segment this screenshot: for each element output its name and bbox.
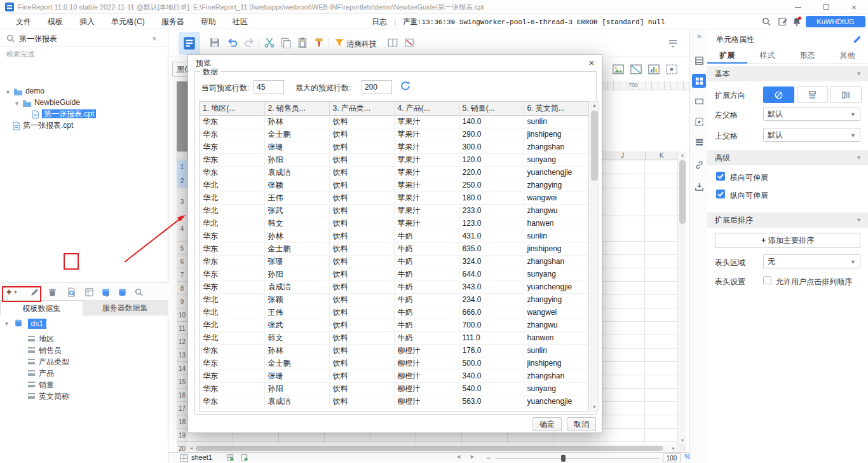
grid-row-header[interactable]: 1 — [177, 160, 187, 174]
preview-cell[interactable]: wangwei — [524, 306, 588, 319]
preview-cell[interactable]: 饮料 — [329, 306, 394, 319]
preview-cell[interactable]: 563.0 — [459, 395, 524, 408]
preview-column-header[interactable]: 1. 地区(... — [200, 102, 264, 115]
preview-cell[interactable]: 290.0 — [459, 128, 524, 141]
preview-cell[interactable]: 张珊 — [264, 370, 329, 382]
menu-item[interactable]: 文件 — [8, 14, 39, 29]
preview-row[interactable]: 华东 金士鹏 饮料 柳橙汁 500.0 jinshipeng — [200, 357, 588, 370]
grid-row-header[interactable]: 4 — [177, 216, 187, 242]
template-search-input[interactable] — [19, 32, 143, 45]
menu-item[interactable]: 单元格(C) — [103, 14, 153, 29]
preview-cell[interactable]: 饮料 — [329, 153, 394, 166]
preview-cell[interactable]: 苹果汁 — [394, 191, 459, 204]
add-grid-sheet-icon[interactable] — [227, 454, 235, 462]
preview-row[interactable]: 华东 张珊 饮料 柳橙汁 340.0 zhangshan — [200, 370, 588, 382]
dialog-close-icon[interactable]: × — [584, 56, 599, 70]
preview-cell[interactable]: 540.0 — [459, 382, 524, 395]
preview-cell[interactable]: 金士鹏 — [264, 242, 329, 255]
preview-cell[interactable]: 华东 — [200, 395, 264, 408]
preview-cell[interactable]: 苹果汁 — [394, 179, 459, 191]
preview-cell[interactable]: yuanchengjie — [524, 395, 588, 408]
sheet-tab[interactable]: sheet1 — [191, 453, 212, 461]
preview-row[interactable]: 华东 孙阳 饮料 柳橙汁 540.0 sunyang — [200, 382, 588, 395]
preview-cell[interactable]: sunyang — [524, 153, 588, 166]
grid-row-header[interactable]: 2 — [177, 174, 187, 188]
template-theme-label[interactable]: 清爽科技 — [346, 39, 377, 50]
preview-row[interactable]: 华东 金士鹏 饮料 牛奶 635.0 jinshipeng — [200, 242, 588, 255]
preview-cell[interactable]: jinshipeng — [524, 242, 588, 255]
preview-cell[interactable]: 牛奶 — [394, 280, 459, 293]
tab-other[interactable]: 其他 — [827, 47, 867, 64]
float-element-icon[interactable] — [692, 94, 706, 108]
preview-cell[interactable]: 孙阳 — [264, 153, 329, 166]
preview-cell[interactable]: 张武 — [264, 204, 329, 217]
previous-sheet-icon[interactable]: ◄ — [456, 453, 461, 460]
preview-cell[interactable]: 343.0 — [459, 280, 524, 293]
scroll-right-icon[interactable]: ► — [670, 445, 677, 452]
feedback-icon[interactable] — [778, 17, 788, 27]
preview-cell[interactable]: 孙林 — [264, 230, 329, 242]
scrollbar-thumb[interactable] — [196, 446, 663, 451]
clear-search-icon[interactable]: × — [149, 33, 160, 45]
preview-cell[interactable]: jinshipeng — [524, 357, 588, 370]
preview-cell[interactable]: 华东 — [200, 242, 264, 255]
preview-cell[interactable]: 牛奶 — [394, 268, 459, 280]
grid-row-header[interactable]: 3 — [177, 188, 187, 216]
preview-cell[interactable]: 饮料 — [329, 382, 394, 395]
preview-cell[interactable]: 苹果汁 — [394, 115, 459, 128]
preview-cell[interactable]: 华东 — [200, 280, 264, 293]
preview-cell[interactable]: hanwen — [524, 217, 588, 230]
expand-vertical-button[interactable] — [797, 86, 828, 103]
edit-icon[interactable] — [28, 286, 41, 298]
preview-cell[interactable]: 饮料 — [329, 115, 394, 128]
preview-cell[interactable]: 饮料 — [329, 268, 394, 280]
grid-column-header[interactable]: J — [599, 151, 645, 160]
ok-button[interactable]: 确定 — [532, 417, 562, 431]
tree-node-report[interactable]: 第一张报表.cpt — [13, 120, 73, 131]
preview-cell[interactable]: 柳橙汁 — [394, 382, 459, 395]
zoom-value[interactable]: 100 — [663, 453, 681, 462]
grid-row-header[interactable]: 16 — [177, 389, 187, 402]
preview-cell[interactable]: 华北 — [200, 204, 264, 217]
collapse-panel-icon[interactable]: » — [690, 32, 708, 41]
edit-connection-icon[interactable] — [99, 286, 112, 298]
preview-cell[interactable]: 华北 — [200, 319, 264, 331]
grid-row-header[interactable]: 15 — [177, 375, 187, 389]
vertical-scrollbar[interactable]: ▲ ▼ — [677, 151, 686, 445]
scrollbar-thumb[interactable] — [679, 160, 686, 224]
tab-form[interactable]: 形态 — [787, 47, 827, 64]
preview-column-header[interactable]: 5. 销量(... — [459, 102, 524, 115]
grid-column-header[interactable]: K — [645, 151, 677, 160]
template-web-attributes-icon[interactable] — [179, 32, 200, 55]
preview-cell[interactable]: 233.0 — [459, 204, 524, 217]
dataset-ds1-row[interactable]: ▼ ds1 — [0, 317, 168, 331]
refresh-icon[interactable] — [400, 80, 411, 92]
scroll-up-icon[interactable]: ▲ — [678, 151, 687, 159]
header-sort-checkbox[interactable] — [763, 276, 771, 284]
preview-cell[interactable]: 666.0 — [459, 306, 524, 319]
delete-icon[interactable] — [46, 286, 58, 298]
preview-cell[interactable]: 饮料 — [329, 191, 394, 204]
add-polyblock-sheet-icon[interactable] — [241, 454, 249, 462]
preview-row[interactable]: 华东 金士鹏 饮料 苹果汁 290.0 jinshipeng — [200, 128, 588, 141]
grid-row-header[interactable]: 18 — [177, 415, 187, 429]
scroll-down-icon[interactable]: ▼ — [590, 403, 599, 411]
grid-row-header[interactable]: 7 — [177, 268, 187, 282]
preview-column-header[interactable]: 6. 英文简... — [524, 102, 588, 115]
preview-cell[interactable]: 饮料 — [329, 128, 394, 141]
preview-row[interactable]: 华北 韩文 饮料 苹果汁 123.0 hanwen — [200, 217, 588, 230]
preview-cell[interactable]: zhangying — [524, 179, 588, 191]
tree-node-newbieguide[interactable]: ▼NewbieGuide — [14, 97, 80, 108]
preview-cell[interactable]: 华北 — [200, 179, 264, 191]
preview-row[interactable]: 华北 王伟 饮料 牛奶 666.0 wangwei — [200, 306, 588, 319]
preview-cell[interactable]: hanwen — [524, 331, 588, 344]
log-label[interactable]: 日志 — [372, 17, 387, 26]
preview-cell[interactable]: wangwei — [524, 191, 588, 204]
expander-icon[interactable]: ▼ — [14, 100, 20, 107]
preview-cell[interactable]: zhangshan — [524, 255, 588, 268]
section-sort-after-expand[interactable]: 扩展后排序▼ — [707, 212, 868, 228]
scrollbar-thumb[interactable] — [591, 111, 598, 181]
preview-row[interactable]: 华北 张武 饮料 苹果汁 233.0 zhangwu — [200, 204, 588, 217]
preview-row[interactable]: 华北 韩文 饮料 牛奶 111.0 hanwen — [200, 331, 588, 344]
preview-cell[interactable]: zhangwu — [524, 319, 588, 331]
